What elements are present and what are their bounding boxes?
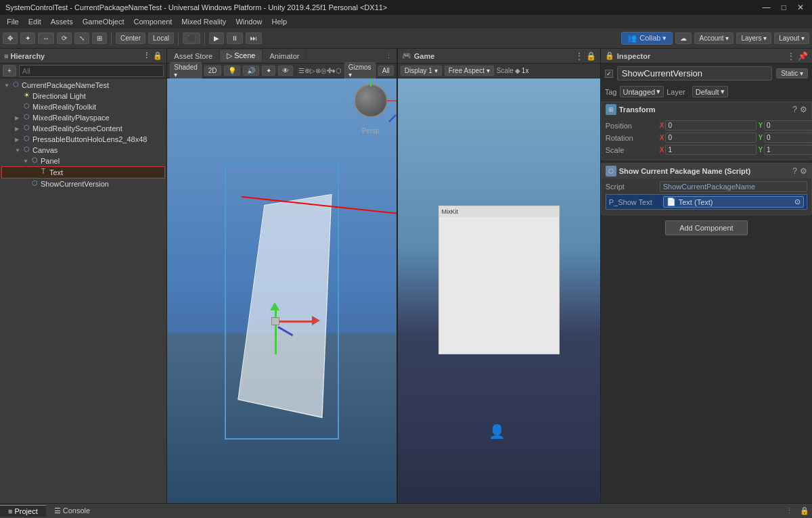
tab-animator[interactable]: Animator bbox=[263, 51, 307, 62]
tool-rotate[interactable]: ↔ bbox=[38, 32, 54, 44]
hidden-objects[interactable]: 👁 bbox=[278, 66, 293, 76]
account-btn[interactable]: Account ▾ bbox=[694, 32, 734, 44]
hierarchy-title: ≡ Hierarchy bbox=[4, 52, 45, 60]
rot-y-field[interactable] bbox=[764, 133, 812, 143]
menu-gameobject[interactable]: GameObject bbox=[78, 16, 129, 27]
tree-item-showcurrent[interactable]: ⬡ ShowCurrentVersion bbox=[1, 179, 165, 189]
scl-x-field[interactable] bbox=[665, 145, 757, 155]
gameobj-icon: ⬡ bbox=[22, 135, 31, 144]
close-btn[interactable]: ✕ bbox=[794, 3, 807, 12]
tab-project[interactable]: ≡ Project bbox=[0, 505, 46, 517]
script-component: ⬡ Show Current Package Name (Script) ? ⚙… bbox=[601, 163, 812, 215]
scene-3d-view[interactable]: y x Persp bbox=[167, 78, 396, 503]
help-icon[interactable]: ? bbox=[792, 105, 797, 114]
gameobj-icon: ⬡ bbox=[22, 124, 31, 133]
tree-item-mrtk-scene[interactable]: ▶ ⬡ MixedRealitySceneContent bbox=[1, 123, 165, 134]
minimize-btn[interactable]: — bbox=[760, 3, 773, 12]
script-help-icon[interactable]: ? bbox=[792, 166, 797, 176]
audio-toggle[interactable]: 🔊 bbox=[243, 66, 259, 76]
inspector-pin-btn[interactable]: 📌 bbox=[798, 51, 808, 61]
step-btn[interactable]: ⏭ bbox=[246, 32, 262, 44]
menu-mixed-reality[interactable]: Mixed Reality bbox=[177, 16, 230, 27]
rot-x-field[interactable] bbox=[665, 133, 757, 143]
lighting-toggle[interactable]: 💡 bbox=[224, 66, 240, 76]
tool-transform[interactable]: ⊞ bbox=[92, 32, 107, 44]
layout-btn[interactable]: Layout ▾ bbox=[774, 32, 809, 44]
2d-toggle[interactable]: 2D bbox=[204, 66, 221, 76]
add-component-btn[interactable]: Add Component bbox=[665, 220, 748, 235]
tree-item-pressable[interactable]: ▶ ⬡ PressableButtonHoloLens2_48x48 bbox=[1, 134, 165, 145]
unity-icon-btn[interactable]: ⬛ bbox=[183, 32, 200, 44]
layer-dropdown[interactable]: Default ▾ bbox=[692, 86, 728, 97]
tree-item-mrtk[interactable]: ⬡ MixedRealityToolkit bbox=[1, 101, 165, 112]
y-axis-head bbox=[270, 302, 279, 310]
menu-assets[interactable]: Assets bbox=[47, 16, 77, 27]
collab-btn[interactable]: 👥 Collab ▾ bbox=[621, 32, 673, 45]
gizmo-center bbox=[271, 317, 279, 325]
gizmo-y-axis bbox=[370, 78, 371, 87]
static-dropdown-btn[interactable]: Static ▾ bbox=[776, 68, 808, 78]
tool-rect[interactable]: ⤡ bbox=[74, 32, 89, 44]
menu-edit[interactable]: Edit bbox=[24, 16, 45, 27]
pshow-picker-btn[interactable]: ⊙ bbox=[794, 197, 800, 206]
tool-scale[interactable]: ⟳ bbox=[57, 32, 72, 44]
shading-dropdown[interactable]: Shaded ▾ bbox=[170, 62, 201, 80]
tree-item-mrtk-playspace[interactable]: ▶ ⬡ MixedRealityPlayspace bbox=[1, 112, 165, 123]
tree-item-panel[interactable]: ▼ ⬡ Panel bbox=[1, 156, 165, 166]
pause-btn[interactable]: ⏸ bbox=[227, 32, 243, 44]
persp-label[interactable]: Persp bbox=[351, 127, 391, 135]
center-toggle[interactable]: Center bbox=[116, 32, 145, 44]
cloud-btn[interactable]: ☁ bbox=[675, 32, 692, 44]
tree-item-canvas[interactable]: ▼ ⬡ Canvas bbox=[1, 145, 165, 156]
menu-window[interactable]: Window bbox=[231, 16, 266, 27]
tab-asset-store[interactable]: Asset Store bbox=[167, 51, 220, 62]
hierarchy-search[interactable] bbox=[19, 65, 164, 77]
tree-item-text[interactable]: T Text bbox=[1, 166, 165, 179]
tree-item-directional-light[interactable]: ☀ Directional Light bbox=[1, 91, 165, 101]
local-toggle[interactable]: Local bbox=[148, 32, 174, 44]
gizmos-btn[interactable]: Gizmos ▾ bbox=[344, 62, 376, 80]
menu-component[interactable]: Component bbox=[129, 16, 176, 27]
tool-move[interactable]: ✦ bbox=[20, 32, 35, 44]
settings-icon[interactable]: ⚙ bbox=[800, 105, 807, 114]
transform-icon: ⊞ bbox=[606, 104, 616, 115]
hierarchy-menu-btn[interactable]: ⋮ bbox=[143, 51, 150, 60]
all-btn[interactable]: All bbox=[378, 66, 394, 76]
hierarchy-tree: ▼ ⬡ CurrentPackageNameTest ☀ Directional… bbox=[0, 78, 166, 503]
active-checkbox[interactable]: ✓ bbox=[605, 70, 613, 78]
bottom-panel-menu[interactable]: ⋮ bbox=[782, 507, 797, 515]
aspect-dropdown[interactable]: Free Aspect ▾ bbox=[445, 66, 494, 76]
bottom-lock-btn[interactable]: 🔒 bbox=[797, 507, 812, 515]
tool-hand[interactable]: ✥ bbox=[3, 32, 18, 44]
transform-header[interactable]: ⊞ Transform ? ⚙ bbox=[602, 102, 811, 118]
pos-x-field[interactable] bbox=[665, 120, 757, 131]
tab-console[interactable]: ☰ Console bbox=[46, 505, 98, 517]
scene-toolbar-group2: ☰⊕▷⊗◎✤♦⬡ bbox=[298, 67, 342, 74]
effects-toggle[interactable]: ✦ bbox=[262, 66, 275, 76]
script-settings-icon[interactable]: ⚙ bbox=[800, 166, 807, 176]
hierarchy-lock-btn[interactable]: 🔒 bbox=[153, 51, 162, 60]
display-dropdown[interactable]: Display 1 ▾ bbox=[401, 66, 442, 76]
window-controls: — □ ✕ bbox=[760, 3, 807, 12]
rot-x-label: X bbox=[660, 134, 664, 141]
tag-dropdown[interactable]: Untagged ▾ bbox=[620, 86, 664, 97]
toolbar-right: 👥 Collab ▾ ☁ Account ▾ Layers ▾ Layout ▾ bbox=[621, 32, 809, 45]
play-btn[interactable]: ▶ bbox=[209, 32, 224, 44]
game-lock-btn[interactable]: 🔒 bbox=[586, 51, 596, 61]
gameobject-name-field[interactable] bbox=[617, 66, 772, 80]
scl-y-field[interactable] bbox=[764, 145, 812, 155]
menu-file[interactable]: File bbox=[3, 16, 23, 27]
scene-icon: ⬡ bbox=[11, 80, 20, 90]
main-area: ≡ Hierarchy ⋮ 🔒 + ▼ ⬡ CurrentPackageName… bbox=[0, 49, 812, 503]
game-panel-menu[interactable]: ⋮ bbox=[575, 51, 583, 61]
tab-scene[interactable]: ▷ Scene bbox=[220, 50, 263, 62]
pos-y-field[interactable] bbox=[764, 120, 812, 131]
hierarchy-add-btn[interactable]: + bbox=[3, 65, 16, 76]
inspector-menu-btn[interactable]: ⋮ bbox=[787, 51, 795, 61]
tree-item-scene[interactable]: ▼ ⬡ CurrentPackageNameTest bbox=[1, 80, 165, 91]
scene-panel-menu[interactable]: ⋮ bbox=[381, 51, 397, 60]
menu-help[interactable]: Help bbox=[268, 16, 292, 27]
maximize-btn[interactable]: □ bbox=[779, 3, 789, 12]
layers-btn[interactable]: Layers ▾ bbox=[736, 32, 771, 44]
script-component-header[interactable]: ⬡ Show Current Package Name (Script) ? ⚙ bbox=[602, 164, 811, 179]
